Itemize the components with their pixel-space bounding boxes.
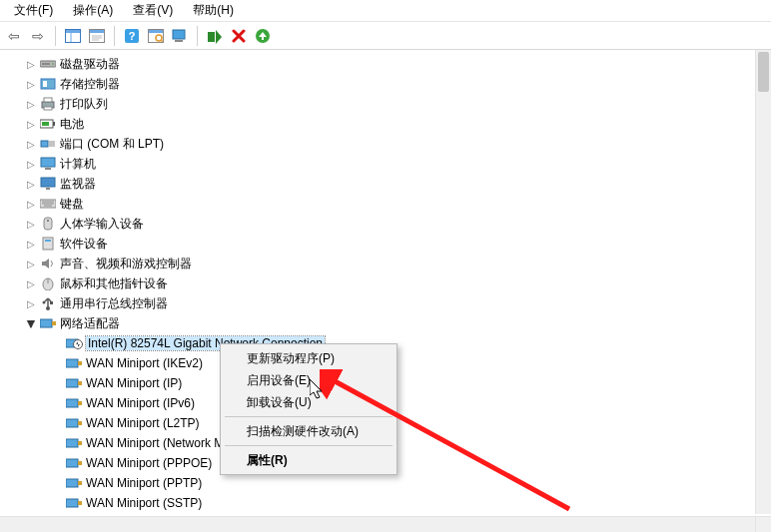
expand-arrow-icon[interactable]: ▷ bbox=[24, 177, 38, 191]
tree-item[interactable]: ▷ 端口 (COM 和 LPT) bbox=[0, 134, 771, 154]
enable-device-button[interactable] bbox=[204, 25, 226, 47]
context-menu: 更新驱动程序(P) 启用设备(E) 卸载设备(U) 扫描检测硬件改动(A) 属性… bbox=[220, 343, 397, 475]
toolbar-divider bbox=[197, 26, 198, 46]
vertical-scrollbar[interactable] bbox=[755, 50, 771, 514]
computer-icon bbox=[40, 156, 56, 172]
network-card-icon bbox=[66, 455, 82, 471]
back-button[interactable]: ⇦ bbox=[3, 25, 25, 47]
ctx-update-driver[interactable]: 更新驱动程序(P) bbox=[223, 347, 394, 369]
expand-arrow-icon[interactable]: ▷ bbox=[24, 57, 38, 71]
svg-rect-36 bbox=[46, 188, 50, 190]
tree-item-label: WAN Miniport (IP) bbox=[86, 376, 182, 390]
tree-item[interactable]: ▷ 电池 bbox=[0, 114, 771, 134]
network-card-icon bbox=[66, 395, 82, 411]
horizontal-scrollbar[interactable] bbox=[0, 516, 755, 532]
expand-arrow-icon[interactable]: ▷ bbox=[24, 157, 38, 171]
svg-rect-29 bbox=[41, 141, 48, 147]
arrow-left-icon: ⇦ bbox=[8, 28, 20, 44]
scan-icon bbox=[148, 29, 164, 43]
svg-rect-19 bbox=[42, 63, 50, 65]
spacer bbox=[50, 436, 64, 450]
svg-rect-27 bbox=[53, 122, 55, 126]
tree-item[interactable]: ▷ 声音、视频和游戏控制器 bbox=[0, 254, 771, 273]
tree-item-network-device[interactable]: WAN Miniport (SSTP) bbox=[0, 493, 771, 513]
ctx-scan-hardware[interactable]: 扫描检测硬件改动(A) bbox=[223, 420, 394, 442]
expand-arrow-icon[interactable]: ▷ bbox=[24, 117, 38, 131]
pane-icon bbox=[65, 29, 81, 43]
hid-icon bbox=[40, 216, 56, 232]
arrow-right-icon: ⇨ bbox=[32, 28, 44, 44]
svg-text:?: ? bbox=[129, 30, 136, 42]
tree-item-label: 鼠标和其他指针设备 bbox=[60, 275, 168, 292]
usb-icon bbox=[40, 295, 56, 311]
collapse-arrow-icon[interactable]: ⯆ bbox=[24, 316, 38, 330]
network-card-icon bbox=[66, 475, 82, 491]
scan-hardware-button[interactable] bbox=[145, 25, 167, 47]
svg-rect-24 bbox=[44, 98, 52, 102]
svg-rect-15 bbox=[175, 40, 183, 42]
svg-rect-70 bbox=[66, 499, 78, 507]
tree-item[interactable]: ▷ 人体学输入设备 bbox=[0, 214, 771, 234]
software-device-icon bbox=[40, 236, 56, 252]
expand-arrow-icon[interactable]: ▷ bbox=[24, 197, 38, 211]
tree-item-label: 计算机 bbox=[60, 156, 96, 173]
svg-rect-34 bbox=[45, 168, 51, 170]
tree-item[interactable]: ▷ 打印队列 bbox=[0, 94, 771, 114]
svg-rect-52 bbox=[52, 321, 56, 325]
tree-item[interactable]: ▷ 软件设备 bbox=[0, 234, 771, 254]
menu-view[interactable]: 查看(V) bbox=[125, 0, 181, 21]
svg-rect-58 bbox=[66, 379, 78, 387]
tree-item-network-device[interactable]: WAN Miniport (PPTP) bbox=[0, 473, 771, 493]
tree-item-label: 电池 bbox=[60, 116, 84, 133]
expand-arrow-icon[interactable]: ▷ bbox=[24, 237, 38, 251]
action-button[interactable] bbox=[252, 25, 274, 47]
svg-rect-22 bbox=[43, 81, 47, 87]
tree-item[interactable]: ▷ 磁盘驱动器 bbox=[0, 54, 771, 74]
battery-icon bbox=[40, 116, 56, 132]
tree-item-label: 键盘 bbox=[60, 196, 84, 213]
properties-button[interactable] bbox=[86, 25, 108, 47]
ctx-enable-device[interactable]: 启用设备(E) bbox=[223, 369, 394, 391]
svg-rect-69 bbox=[78, 481, 82, 485]
expand-arrow-icon[interactable]: ▷ bbox=[24, 296, 38, 310]
svg-rect-67 bbox=[78, 461, 82, 465]
menu-file[interactable]: 文件(F) bbox=[6, 0, 61, 21]
tree-item[interactable]: ▷ 通用串行总线控制器 bbox=[0, 293, 771, 313]
tree-item-label: WAN Miniport (PPPOE) bbox=[86, 456, 212, 470]
svg-rect-63 bbox=[78, 421, 82, 425]
expand-arrow-icon[interactable]: ▷ bbox=[24, 137, 38, 151]
menu-action[interactable]: 操作(A) bbox=[65, 0, 121, 21]
network-adapter-icon bbox=[40, 315, 56, 331]
help-button[interactable]: ? bbox=[121, 25, 143, 47]
toolbar: ⇦ ⇨ ? bbox=[0, 22, 771, 50]
spacer bbox=[50, 456, 64, 470]
update-driver-button[interactable] bbox=[169, 25, 191, 47]
tree-item-label: 网络适配器 bbox=[60, 315, 120, 332]
tree-item[interactable]: ▷ 鼠标和其他指针设备 bbox=[0, 273, 771, 293]
uninstall-device-button[interactable] bbox=[228, 25, 250, 47]
tree-item-label: WAN Miniport (IPv6) bbox=[86, 396, 195, 410]
svg-rect-35 bbox=[41, 178, 55, 187]
expand-arrow-icon[interactable]: ▷ bbox=[24, 276, 38, 290]
expand-arrow-icon[interactable]: ▷ bbox=[24, 77, 38, 91]
tree-item-label: 端口 (COM 和 LPT) bbox=[60, 136, 164, 153]
svg-rect-11 bbox=[149, 30, 163, 33]
svg-rect-41 bbox=[44, 218, 52, 230]
tree-item[interactable]: ▷ 存储控制器 bbox=[0, 74, 771, 94]
show-hide-tree-button[interactable] bbox=[62, 25, 84, 47]
expand-arrow-icon[interactable]: ▷ bbox=[24, 217, 38, 231]
forward-button[interactable]: ⇨ bbox=[27, 25, 49, 47]
tree-item-network-adapters[interactable]: ⯆ 网络适配器 bbox=[0, 313, 771, 333]
expand-arrow-icon[interactable]: ▷ bbox=[24, 97, 38, 111]
tree-item[interactable]: ▷ 键盘 bbox=[0, 194, 771, 214]
tree-item[interactable]: ▷ 监视器 bbox=[0, 174, 771, 194]
ctx-uninstall-device[interactable]: 卸载设备(U) bbox=[223, 391, 394, 413]
menu-help[interactable]: 帮助(H) bbox=[185, 0, 242, 21]
ctx-properties[interactable]: 属性(R) bbox=[223, 449, 394, 471]
svg-rect-16 bbox=[208, 32, 215, 42]
tree-item[interactable]: ▷ 计算机 bbox=[0, 154, 771, 174]
x-icon bbox=[232, 29, 246, 43]
scrollbar-thumb[interactable] bbox=[758, 52, 769, 92]
expand-arrow-icon[interactable]: ▷ bbox=[24, 257, 38, 270]
svg-rect-33 bbox=[41, 158, 55, 167]
